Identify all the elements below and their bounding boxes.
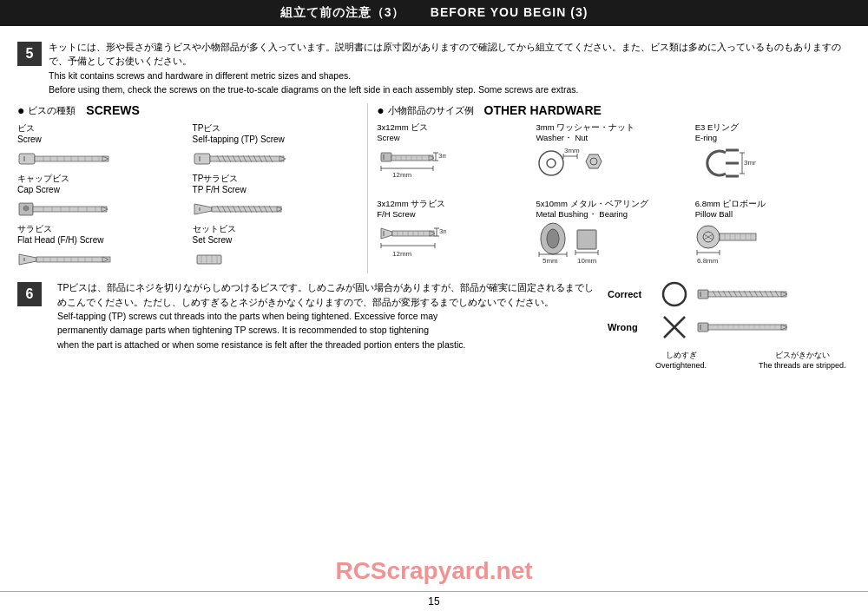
hw-title-en: OTHER HARDWARE	[484, 103, 602, 117]
hw-pillow-svg: 6.8mm	[695, 220, 773, 272]
screw-item-cap: キャップビス Cap Screw	[17, 173, 184, 220]
hw-bearing-label: 5x10mm メタル・ベアリング Metal Bushing・ Bearing	[536, 199, 691, 220]
correct-screw-svg	[694, 280, 798, 308]
note5-section: 5 キットには、形や長さが違うビスや小物部品が多く入っています。説明書には原寸図…	[17, 40, 851, 96]
screw-item-tp-flat: TPサラビス TP F/H Screw	[193, 173, 359, 220]
tp-screw-jp: TPビス	[193, 122, 285, 134]
wrong-screw-svg	[694, 313, 798, 341]
note6-en3: when the part is attached or when some r…	[57, 338, 599, 351]
svg-point-90	[547, 159, 556, 168]
screw-grid: ビス Screw	[17, 122, 358, 270]
screw-jp: ビス	[17, 122, 42, 134]
svg-text:6.8mm: 6.8mm	[697, 257, 719, 265]
svg-point-89	[539, 151, 563, 175]
note5-en1: This kit contains screws and hardware in…	[49, 69, 851, 82]
hw-ering-label: E3 Eリング E-ring	[695, 122, 851, 144]
note5-jp: キットには、形や長さが違うビスや小物部品が多く入っています。説明書には原寸図があ…	[49, 40, 851, 69]
svg-rect-13	[194, 154, 210, 164]
hw-3x12f-svg: 3mm 12mm	[377, 220, 446, 272]
hw-item-3x12: 3x12mm ビス Screw	[377, 122, 532, 194]
hw-pillow-label: 6.8mm ピロボール Pillow Ball	[695, 199, 851, 220]
flat-jp: サラビス	[17, 223, 103, 234]
hardware-section: ● 小物部品のサイズ例 OTHER HARDWARE 3x12mm ビス Scr…	[367, 103, 851, 273]
svg-text:3mm: 3mm	[744, 159, 756, 167]
svg-rect-73	[391, 155, 433, 161]
note6-text: TPビスは、部品にネジを切りながらしめつけるビスです。しめこみが固い場合がありま…	[57, 280, 599, 351]
svg-marker-95	[586, 154, 602, 168]
note6-en1: Self-tapping (TP) screws cut threads int…	[57, 309, 599, 323]
wrong-row: Wrong	[608, 313, 851, 341]
note5-badge: 5	[17, 42, 42, 66]
hw-item-pillow: 6.8mm ピロボール Pillow Ball	[695, 199, 851, 274]
tp-screw-svg	[193, 148, 288, 168]
svg-rect-66	[197, 255, 221, 264]
svg-text:12mm: 12mm	[392, 250, 412, 258]
note6-text-area: TPビスは、部品にネジを切りながらしめつけるビスです。しめこみが固い場合がありま…	[57, 280, 599, 370]
note6-diagrams: Correct	[608, 280, 851, 370]
cap-screw-jp: キャップビス	[17, 173, 69, 184]
stripped-jp: ビスがきかない	[759, 350, 846, 361]
screws-title-en: SCREWS	[86, 103, 139, 117]
sections-row: ● ビスの種類 SCREWS ビス Screw	[17, 103, 851, 273]
svg-text:3mm: 3mm	[439, 227, 446, 235]
hw-3x12-svg: 3mm 12mm	[377, 144, 446, 192]
svg-text:3mm: 3mm	[438, 152, 446, 160]
svg-marker-29	[23, 206, 29, 211]
tp-flat-jp: TPサラビス	[193, 173, 247, 184]
svg-rect-15	[210, 156, 284, 161]
hw-washer-label: 3mm ワッシャー・ナット Washer・ Nut	[536, 122, 691, 144]
watermark: RCScrapyard.net	[335, 557, 532, 585]
note5-text: キットには、形や長さが違うビスや小物部品が多く入っています。説明書には原寸図があ…	[49, 40, 851, 96]
header-title-en: BEFORE YOU BEGIN (3)	[431, 5, 589, 19]
svg-rect-170	[708, 325, 786, 330]
svg-text:5mm: 5mm	[542, 257, 558, 265]
svg-rect-56	[36, 257, 110, 262]
hw-title-jp: 小物部品のサイズ例	[388, 104, 474, 117]
svg-marker-54	[19, 254, 36, 265]
overtightened-en: Overtightened.	[655, 361, 707, 370]
screw-item-set: セットビス Set Screw	[193, 223, 359, 270]
svg-text:12mm: 12mm	[392, 171, 412, 179]
screws-bullet: ●	[17, 103, 24, 117]
flat-en: Flat Head (F/H) Screw	[17, 234, 103, 246]
correct-circle-svg	[661, 280, 688, 308]
svg-rect-149	[698, 290, 708, 299]
svg-text:3mm: 3mm	[564, 147, 580, 154]
correct-wrong-section: Correct	[608, 280, 851, 370]
screw-item-flat: サラビス Flat Head (F/H) Screw	[17, 223, 184, 270]
svg-rect-168	[698, 323, 708, 332]
page: 組立て前の注意（3） BEFORE YOU BEGIN (3) 5 キットには、…	[0, 0, 868, 611]
cap-screw-en: Cap Screw	[17, 184, 69, 195]
hw-item-ering: E3 Eリング E-ring	[695, 122, 851, 194]
note6-en2: permanently damage parts when tightening…	[57, 323, 599, 337]
svg-rect-0	[19, 154, 35, 164]
note6-section: 6 TPビスは、部品にネジを切りながらしめつけるビスです。しめこみが固い場合があ…	[17, 280, 851, 370]
svg-marker-104	[381, 228, 392, 239]
hw-ering-svg: 3mm	[695, 144, 756, 192]
hw-bearing-svg: 5mm 10mm	[536, 220, 614, 272]
stripped-en: The threads are stripped.	[759, 361, 846, 370]
flat-svg	[17, 249, 113, 268]
screw-en: Screw	[17, 134, 42, 145]
svg-rect-137	[720, 233, 756, 240]
main-content: 5 キットには、形や長さが違うビスや小物部品が多く入っています。説明書には原寸図…	[0, 26, 868, 377]
tp-screw-en: Self-tapping (TP) Screw	[193, 134, 285, 145]
hw-item-bearing: 5x10mm メタル・ベアリング Metal Bushing・ Bearing …	[536, 199, 691, 274]
hardware-title: ● 小物部品のサイズ例 OTHER HARDWARE	[377, 103, 851, 117]
label-row: しめすぎ Overtightened. ビスがきかない The threads …	[655, 350, 851, 370]
screw-item-tp: TPビス Self-tapping (TP) Screw	[193, 122, 359, 169]
hw-item-washer: 3mm ワッシャー・ナット Washer・ Nut 3mm	[536, 122, 691, 194]
set-svg	[193, 249, 227, 268]
svg-rect-128	[577, 230, 596, 249]
hw-washer-svg: 3mm	[536, 144, 614, 192]
pillow-ball-en: Pillow Ball	[695, 209, 851, 220]
svg-text:10mm: 10mm	[577, 257, 597, 265]
svg-point-123	[547, 229, 559, 248]
svg-marker-39	[194, 204, 212, 214]
overtightened-label: しめすぎ Overtightened.	[655, 350, 707, 370]
screws-title: ● ビスの種類 SCREWS	[17, 103, 358, 117]
correct-row: Correct	[608, 280, 851, 308]
screw-svg	[17, 148, 113, 168]
hw-3x12f-label: 3x12mm サラビス F/H Screw	[377, 199, 532, 220]
page-header: 組立て前の注意（3） BEFORE YOU BEGIN (3)	[0, 0, 868, 26]
